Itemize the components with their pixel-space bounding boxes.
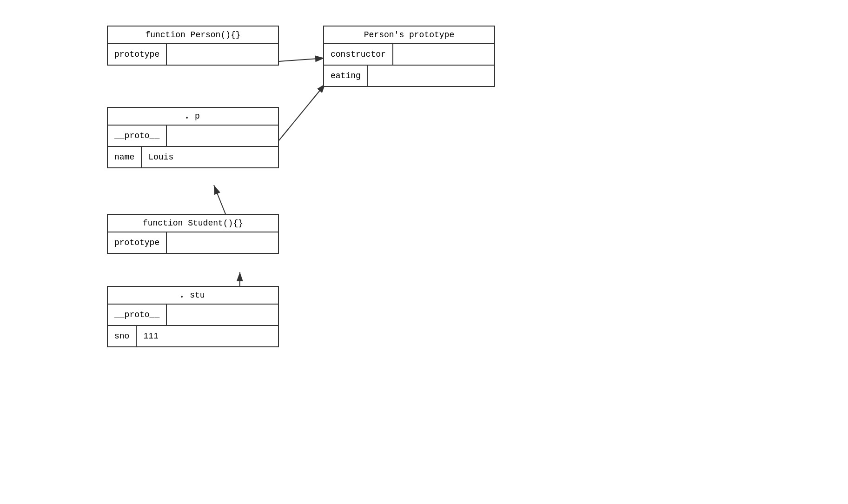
stu-title-text: stu [190,291,205,300]
p-object-name-row: name Louis [108,147,278,167]
persons-prototype-eating-value [368,66,494,86]
stu-dot [181,296,183,298]
person-func-prototype-label: prototype [108,44,167,65]
person-func-prototype-row: prototype [108,44,278,65]
person-func-title: function Person(){} [108,27,278,44]
svg-line-1 [279,58,325,61]
person-func-prototype-value [167,44,278,65]
p-object-name-value: Louis [142,147,278,167]
student-func-prototype-row: prototype [108,232,278,253]
persons-prototype-constructor-row: constructor [324,44,494,66]
p-title-text: p [195,112,200,121]
student-func-prototype-value [167,232,278,253]
persons-prototype-box: Person's prototype constructor eating [323,26,495,87]
persons-prototype-eating-row: eating [324,66,494,86]
stu-object-box: stu __proto__ sno 111 [107,286,279,347]
p-object-box: p __proto__ name Louis [107,107,279,168]
p-object-title: p [108,108,278,126]
stu-object-proto-row: __proto__ [108,305,278,326]
stu-object-sno-value: 111 [137,326,278,346]
persons-prototype-eating-label: eating [324,66,368,86]
stu-object-proto-label: __proto__ [108,305,167,325]
person-function-box: function Person(){} prototype [107,26,279,66]
persons-prototype-constructor-value [393,44,494,65]
stu-object-sno-row: sno 111 [108,326,278,346]
svg-line-2 [279,84,325,140]
p-dot [186,117,188,119]
p-object-proto-value [167,126,278,146]
diagram-container: function Person(){} prototype Person's p… [0,0,848,504]
stu-object-sno-label: sno [108,326,137,346]
p-object-proto-row: __proto__ [108,126,278,147]
persons-prototype-title: Person's prototype [324,27,494,44]
p-object-proto-label: __proto__ [108,126,167,146]
stu-object-proto-value [167,305,278,325]
student-func-title: function Student(){} [108,215,278,232]
p-object-name-label: name [108,147,142,167]
stu-object-title: stu [108,287,278,305]
student-func-prototype-label: prototype [108,232,167,253]
student-function-box: function Student(){} prototype [107,214,279,254]
persons-prototype-constructor-label: constructor [324,44,393,65]
